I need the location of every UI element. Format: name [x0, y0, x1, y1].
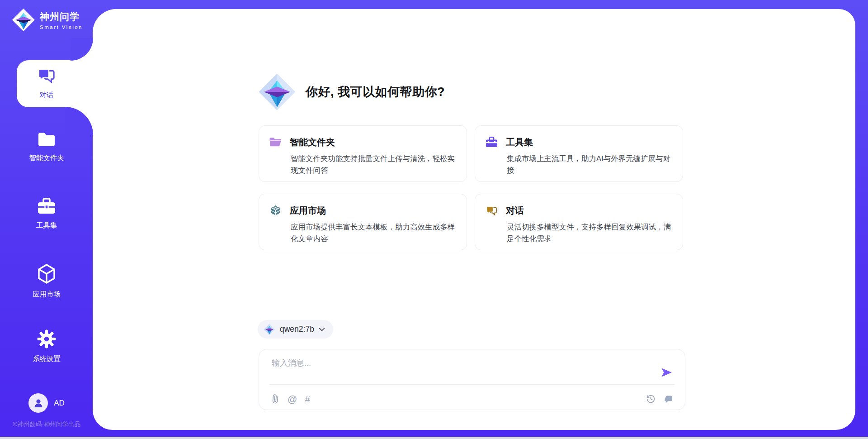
model-name: qwen2:7b [280, 324, 314, 334]
card-description: 灵活切换多模型文件，支持多样回复效果调试，满足个性化需求 [507, 221, 671, 245]
hashtag-icon[interactable]: # [305, 394, 310, 404]
brand-diamond-icon-large [258, 73, 296, 111]
history-icon[interactable] [646, 394, 656, 404]
message-input-box: @ # [259, 349, 685, 410]
card-title: 工具集 [506, 136, 533, 148]
attach-file-icon[interactable] [271, 394, 280, 404]
card-toolset[interactable]: 工具集 集成市场上主流工具，助力AI与外界无缝扩展与对接 [475, 125, 683, 182]
card-description: 智能文件夹功能支持批量文件上传与清洗，轻松实现文件问答 [291, 153, 455, 177]
card-description: 应用市场提供丰富长文本模板，助力高效生成多样化文章内容 [291, 221, 455, 245]
card-title: 对话 [506, 205, 524, 217]
chevron-down-icon[interactable] [319, 327, 325, 332]
card-title: 智能文件夹 [290, 136, 335, 148]
toolbox-icon [485, 136, 498, 148]
cube-grid-icon [269, 205, 282, 217]
app-window: 神州问学 Smart Vision 对话 智能文件夹 [0, 0, 868, 439]
card-smart-folder[interactable]: 智能文件夹 智能文件夹功能支持批量文件上传与清洗，轻松实现文件问答 [259, 125, 467, 182]
card-title: 应用市场 [290, 205, 326, 217]
window-bottom-strip [0, 437, 868, 439]
brand-diamond-icon-small [264, 324, 275, 335]
card-app-market[interactable]: 应用市场 应用市场提供丰富长文本模板，助力高效生成多样化文章内容 [259, 194, 467, 250]
mention-icon[interactable]: @ [288, 394, 297, 404]
message-input[interactable] [272, 358, 651, 381]
card-description: 集成市场上主流工具，助力AI与外界无缝扩展与对接 [507, 153, 671, 177]
greeting-text: 你好, 我可以如何帮助你? [306, 84, 445, 100]
send-icon[interactable] [660, 367, 672, 378]
main-content: 你好, 我可以如何帮助你? 智能文件夹 智能文件夹功能支持批量文件上传与清洗，轻… [0, 0, 868, 439]
input-divider [269, 384, 675, 385]
chat-bubbles-icon [485, 205, 498, 217]
greeting: 你好, 我可以如何帮助你? [258, 73, 445, 111]
folder-open-icon [269, 136, 282, 148]
comment-icon[interactable] [664, 395, 673, 404]
feature-cards: 智能文件夹 智能文件夹功能支持批量文件上传与清洗，轻松实现文件问答 工具集 集成… [259, 125, 684, 250]
model-selector[interactable]: qwen2:7b [258, 320, 333, 339]
card-chat[interactable]: 对话 灵活切换多模型文件，支持多样回复效果调试，满足个性化需求 [475, 194, 683, 250]
